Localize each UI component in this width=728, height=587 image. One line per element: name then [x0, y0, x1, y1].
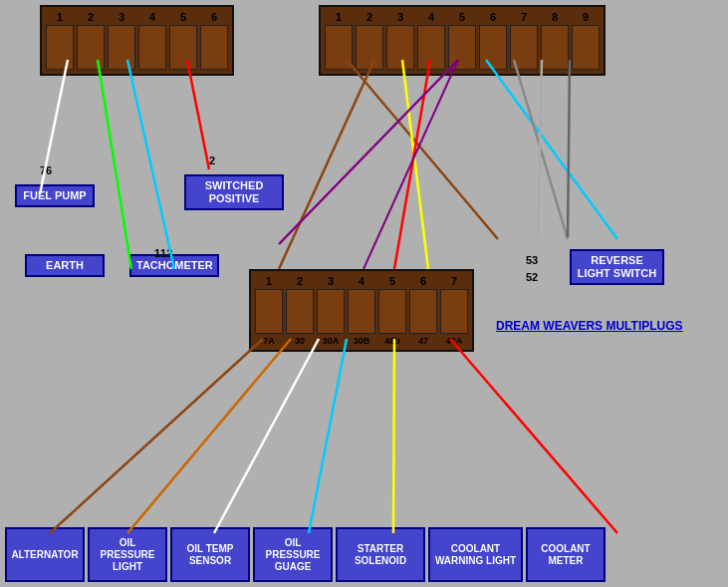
- pin-num-r2: 2: [356, 11, 383, 23]
- wire-num-76: 76: [40, 164, 52, 176]
- svg-line-16: [214, 339, 319, 533]
- pin-num-4: 4: [138, 11, 166, 23]
- wire-num-53: 53: [526, 254, 538, 266]
- svg-line-14: [50, 339, 263, 533]
- svg-line-17: [309, 339, 347, 533]
- pin-2: [77, 25, 105, 70]
- connector-middle: 1 2 3 4 5 6 7 7A 30 30A 30B 46b 47 47A: [249, 269, 474, 352]
- pin-r1: [325, 25, 353, 70]
- svg-line-9: [486, 60, 617, 239]
- pin-num-m5: 5: [378, 275, 406, 287]
- pin-num-r4: 4: [417, 11, 445, 23]
- svg-line-6: [402, 60, 428, 269]
- pin-r2: [356, 25, 383, 70]
- svg-line-19: [450, 339, 617, 533]
- pin-5: [169, 25, 197, 70]
- svg-line-5: [279, 60, 374, 269]
- svg-line-15: [127, 339, 291, 533]
- pin-m6: [409, 289, 437, 334]
- svg-line-8: [279, 60, 458, 244]
- pin-num-6: 6: [200, 11, 228, 23]
- oil-temp-sensor-label: OIL TEMP SENSOR: [170, 527, 250, 582]
- coolant-warning-light-label: COOLANT WARNING LIGHT: [428, 527, 523, 582]
- svg-line-11: [538, 60, 542, 239]
- pin-num-r1: 1: [325, 11, 353, 23]
- svg-line-10: [514, 60, 568, 239]
- pin-num-3: 3: [108, 11, 135, 23]
- svg-line-3: [187, 60, 209, 169]
- pin-num-m2: 2: [286, 275, 314, 287]
- pin-num-m7: 7: [440, 275, 468, 287]
- oil-pressure-light-label: OIL PRESSURE LIGHT: [88, 527, 167, 582]
- wire-num-52: 52: [526, 271, 538, 283]
- pin-label-30: 30: [286, 336, 314, 346]
- pin-m7: [440, 289, 468, 334]
- dreamweavers-label: DREAM WEAVERS MULTIPLUGS: [496, 319, 683, 333]
- pin-m1: [255, 289, 283, 334]
- pin-1: [46, 25, 74, 70]
- pin-3: [108, 25, 135, 70]
- pin-r3: [386, 25, 414, 70]
- pin-label-46b: 46b: [378, 336, 406, 346]
- svg-line-2: [127, 60, 174, 269]
- pin-num-5: 5: [169, 11, 197, 23]
- pin-num-1: 1: [46, 11, 74, 23]
- pin-6: [200, 25, 228, 70]
- pin-num-m6: 6: [409, 275, 437, 287]
- pin-num-r5: 5: [448, 11, 476, 23]
- pin-label-30a: 30A: [317, 336, 345, 346]
- coolant-meter-label: COOLANT METER: [526, 527, 606, 582]
- pin-4: [138, 25, 166, 70]
- svg-line-4: [347, 60, 498, 239]
- wire-num-2: 2: [209, 154, 215, 166]
- pin-num-r7: 7: [510, 11, 538, 23]
- pin-num-2: 2: [77, 11, 105, 23]
- fuel-pump-label: FUEL PUMP: [15, 184, 95, 207]
- pin-r5: [448, 25, 476, 70]
- pin-r7: [510, 25, 538, 70]
- pin-num-m4: 4: [348, 275, 375, 287]
- pin-num-r3: 3: [386, 11, 414, 23]
- svg-line-12: [568, 60, 570, 237]
- pin-m3: [317, 289, 345, 334]
- switched-positive-label: SWITCHED POSITIVE: [184, 174, 284, 210]
- pin-r8: [541, 25, 569, 70]
- connector-top-right: 1 2 3 4 5 6 7 8 9: [319, 5, 606, 76]
- pin-label-47: 47: [409, 336, 437, 346]
- pin-label-47a: 47A: [440, 336, 468, 346]
- svg-line-18: [393, 339, 394, 533]
- svg-line-7: [394, 60, 430, 269]
- pin-num-m3: 3: [317, 275, 345, 287]
- pin-num-r9: 9: [572, 11, 600, 23]
- starter-solenoid-label: STARTER SOLENOID: [336, 527, 425, 582]
- pin-num-r6: 6: [479, 11, 507, 23]
- pin-r6: [479, 25, 507, 70]
- tachometer-label: TACHOMETER: [129, 254, 219, 277]
- earth-label: EARTH: [25, 254, 105, 277]
- pin-label-30b: 30B: [348, 336, 375, 346]
- svg-line-13: [364, 60, 458, 269]
- connector-top-left: 1 2 3 4 5 6: [40, 5, 234, 76]
- reverse-light-switch-label: REVERSE LIGHT SWITCH: [570, 249, 664, 285]
- pin-num-r8: 8: [541, 11, 569, 23]
- pin-r4: [417, 25, 445, 70]
- pin-label-7a: 7A: [255, 336, 283, 346]
- pin-m4: [348, 289, 375, 334]
- svg-line-1: [98, 60, 131, 269]
- pin-m5: [378, 289, 406, 334]
- oil-pressure-gauge-label: OIL PRESSURE GUAGE: [253, 527, 333, 582]
- pin-r9: [572, 25, 600, 70]
- pin-num-m1: 1: [255, 275, 283, 287]
- pin-m2: [286, 289, 314, 334]
- wire-num-112: 112: [154, 247, 172, 259]
- alternator-label: ALTERNATOR: [5, 527, 85, 582]
